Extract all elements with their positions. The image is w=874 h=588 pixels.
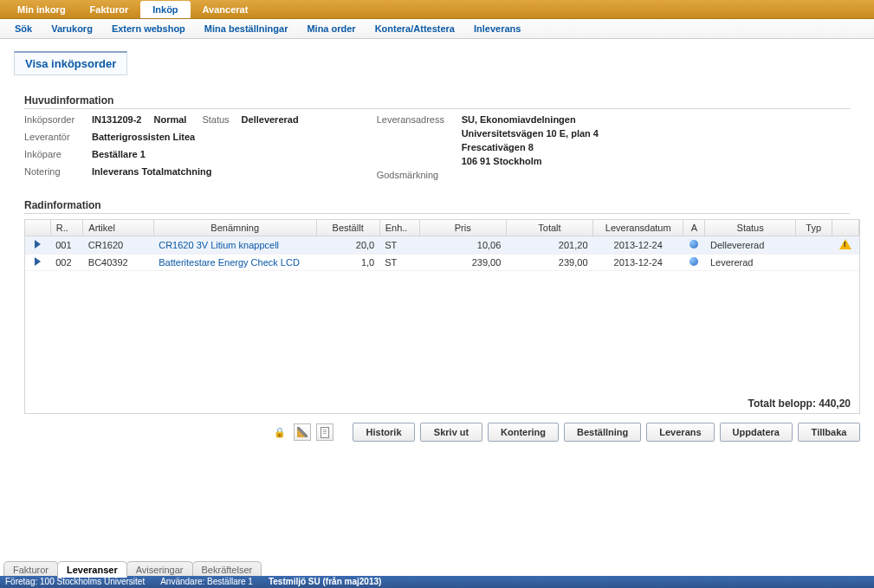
total-label: Totalt belopp: [748,397,816,410]
top-tab-inkop[interactable]: Inköp [140,1,190,18]
sub-tab-kontera-attestera[interactable]: Kontera/Attestera [366,20,464,37]
value-delivery-address-2: Universitetsvägen 10 E, plan 4 [462,128,599,139]
label-order: Inköpsorder [24,114,85,128]
status-env: Testmiljö SU (från maj2013) [269,577,381,586]
top-tab-min-inkorg[interactable]: Min inkorg [5,1,78,18]
top-tab-fakturor[interactable]: Fakturor [78,1,141,18]
cell-leveransdatum: 2013-12-24 [593,255,683,271]
value-delivery-address-3: Frescativägen 8 [462,142,599,152]
sub-nav: Sök Varukorg Extern webshop Mina beställ… [0,19,874,39]
total-line: Totalt belopp: 440,20 [748,397,851,410]
label-supplier: Leverantör [24,132,85,145]
value-order: IN131209-2 [92,114,142,128]
col-expand[interactable] [25,220,50,236]
value-goods-marking [462,170,599,180]
bestallning-button[interactable]: Beställning [564,423,641,442]
cell-leveransdatum: 2013-12-24 [593,236,683,255]
col-status[interactable]: Status [705,220,795,236]
tillbaka-button[interactable]: Tillbaka [798,423,860,442]
lock-icon[interactable]: 🔒 [271,423,288,441]
col-pris[interactable]: Pris [419,220,506,236]
leverans-button[interactable]: Leverans [646,423,714,442]
cell-r: 002 [50,255,83,271]
table-row[interactable]: 001CR1620CR1620 3V Litium knappcell20,0S… [25,236,859,255]
skriv-ut-button[interactable]: Skriv ut [420,423,482,442]
label-buyer: Inköpare [24,149,85,163]
value-buyer: Beställare 1 [92,149,299,163]
cell-status: Dellevererad [705,236,795,255]
table-header-row: R.. Artikel Benämning Beställt Enh.. Pri… [25,220,859,236]
value-delivery-address-4: 106 91 Stockholm [462,156,599,166]
col-warn[interactable] [832,220,858,236]
lines-table: R.. Artikel Benämning Beställt Enh.. Pri… [25,220,859,271]
top-tab-avancerat[interactable]: Avancerat [191,1,261,18]
cell-r: 001 [50,236,83,255]
status-dot-icon [689,240,698,249]
top-nav: Min inkorg Fakturor Inköp Avancerat [0,0,874,19]
cell-totalt: 239,00 [506,255,592,271]
sub-tab-varukorg[interactable]: Varukorg [42,20,102,37]
expand-icon[interactable] [35,257,41,266]
cell-typ [795,255,832,271]
uppdatera-button[interactable]: Uppdatera [720,423,793,442]
col-benamning[interactable]: Benämning [153,220,316,236]
value-note: Inleverans Totalmatchning [92,166,299,180]
cell-typ [795,236,832,255]
cell-enh: ST [379,236,419,255]
cell-artikel: BC40392 [83,255,153,271]
col-totalt[interactable]: Totalt [506,220,592,236]
sub-tab-inleverans[interactable]: Inleverans [464,20,530,37]
bottom-tab-leveranser[interactable]: Leveranser [57,561,127,578]
cell-status: Levererad [705,255,795,271]
status-company: Företag: 100 Stockholms Universitet [5,577,145,587]
cell-enh: ST [379,255,419,271]
cell-benamning[interactable]: Batteritestare Energy Check LCD [153,255,316,271]
status-bar: Företag: 100 Stockholms Universitet Anvä… [0,576,874,588]
info-grid: Inköpsorder IN131209-2 Normal Status Del… [24,114,850,180]
warning-icon [839,239,851,249]
cell-bestallt: 20,0 [316,236,379,255]
table-row[interactable]: 002BC40392Batteritestare Energy Check LC… [25,255,859,271]
section-header-lines: Radinformation [24,199,850,214]
sub-tab-extern-webshop[interactable]: Extern webshop [102,20,195,37]
label-status: Status [193,114,229,128]
sub-tab-mina-bestallningar[interactable]: Mina beställningar [195,20,298,37]
value-supplier: Batterigrossisten Litea [92,132,299,145]
value-priority: Normal [149,114,187,128]
label-note: Notering [24,166,85,180]
status-user: Användare: Beställare 1 [160,577,253,587]
cell-benamning[interactable]: CR1620 3V Litium knappcell [153,236,316,255]
historik-button[interactable]: Historik [353,423,415,442]
col-a[interactable]: A [683,220,705,236]
cell-totalt: 201,20 [506,236,592,255]
value-delivery-address-1: SU, Ekonomiavdelningen [462,114,599,125]
col-leveransdatum[interactable]: Leveransdatum [593,220,683,236]
cell-bestallt: 1,0 [316,255,379,271]
col-bestallt[interactable]: Beställt [316,220,379,236]
label-delivery-address: Leveransadress [377,114,455,125]
cell-pris: 10,06 [419,236,506,255]
page-title: Visa inköpsorder [14,51,127,75]
section-header-main: Huvudinformation [24,94,850,109]
col-enh[interactable]: Enh.. [379,220,419,236]
kontering-button[interactable]: Kontering [488,423,559,442]
expand-icon[interactable] [35,240,41,249]
status-dot-icon [689,257,698,266]
sub-tab-mina-order[interactable]: Mina order [297,20,365,37]
cell-pris: 239,00 [419,255,506,271]
label-goods-marking: Godsmärkning [377,170,455,180]
lines-table-wrap: R.. Artikel Benämning Beställt Enh.. Pri… [24,219,860,414]
value-status: Dellevererad [236,114,299,128]
document-icon[interactable] [316,423,333,441]
total-value: 440,20 [819,397,851,410]
cell-artikel: CR1620 [83,236,153,255]
col-r[interactable]: R.. [50,220,83,236]
sub-tab-sok[interactable]: Sök [5,20,42,37]
button-bar: 🔒 Historik Skriv ut Kontering Beställnin… [24,423,860,442]
edit-icon[interactable] [294,423,311,441]
col-artikel[interactable]: Artikel [83,220,153,236]
col-typ[interactable]: Typ [795,220,832,236]
